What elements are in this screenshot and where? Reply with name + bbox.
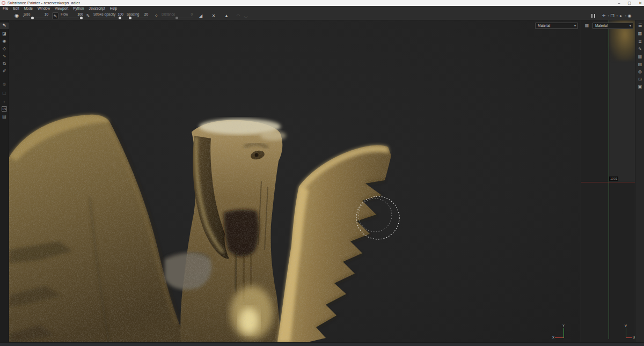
gear-icon: ⚙ — [2, 82, 6, 87]
menu-item-file[interactable]: File — [3, 6, 8, 10]
lazy-mouse-toggle[interactable]: ◢ — [197, 12, 204, 19]
projection-icon: ◉ — [3, 39, 6, 43]
symmetry-toggle[interactable]: ✕ — [210, 12, 217, 19]
x-axis-line — [555, 337, 564, 338]
texture-settings-icon: ▩ — [638, 31, 642, 36]
grid-icon: ▦ — [638, 54, 642, 59]
sphere-icon: ◍ — [638, 69, 642, 74]
symmetry-x-icon: ✕ — [212, 13, 216, 18]
polygon-fill-icon: ◇ — [3, 46, 6, 51]
shelf-icon: ▤ — [638, 62, 642, 67]
size-label: Size — [24, 12, 31, 16]
plugin-frame-button: ▢ — [0, 90, 9, 97]
gizmo-3d: Y X — [555, 326, 572, 341]
gizmo-2d: V U — [623, 326, 635, 341]
stroke-opacity-slider-handle[interactable] — [119, 17, 121, 19]
manipulator-button[interactable]: ✛ ▾ — [600, 12, 607, 19]
size-slider-handle[interactable] — [31, 17, 34, 19]
paint-brush-icon: ✎ — [3, 23, 6, 28]
maximize-button[interactable]: ▢ — [628, 0, 632, 6]
menu-item-edit[interactable]: Edit — [13, 6, 19, 10]
rotation-snap-b-button: ◡ — [243, 12, 249, 19]
flow-label: Flow — [61, 12, 68, 16]
brush-preview-button[interactable]: ◉ ▾ — [12, 12, 21, 19]
chevron-down-icon: ▾ — [630, 23, 631, 28]
y-axis-label: Y — [562, 324, 565, 327]
dock-textureset-settings-button[interactable]: ▩ — [635, 31, 644, 37]
plugin-dot-button: • — [0, 99, 9, 105]
smudge-tool-button[interactable]: ∿ — [0, 53, 9, 60]
menu-item-javascript[interactable]: JavaScript — [89, 6, 105, 10]
dock-layers-button[interactable]: ≣ — [635, 39, 644, 45]
spacing-label: Spacing — [127, 12, 140, 16]
photo-camera-icon: ◉ — [628, 13, 631, 18]
menu-item-python[interactable]: Python — [73, 6, 84, 10]
video-camera-icon: ▸ — [620, 13, 621, 18]
dock-menu-button[interactable]: ☰ — [635, 23, 644, 29]
pause-engine-button[interactable] — [590, 12, 597, 19]
perspective-box-icon: ❒ — [610, 13, 613, 18]
spacing-slider-handle[interactable] — [129, 17, 131, 19]
dock-shader-button[interactable]: ◍ — [635, 69, 644, 75]
size-slider[interactable]: Size 10 — [24, 12, 48, 19]
menu-item-mode[interactable]: Mode — [24, 6, 33, 10]
projection-mode-button[interactable]: ❒ ▾ — [609, 12, 616, 19]
size-slider-track[interactable] — [24, 18, 48, 18]
screenshot-button[interactable]: ◉ — [626, 12, 633, 19]
clone-tool-button[interactable]: ⧉ — [0, 61, 9, 67]
stroke-align-button[interactable]: ⁘ — [153, 12, 159, 19]
brush-icon: ✎ — [638, 47, 642, 51]
viewport-2d[interactable]: 1001 ▦ Material ▾ V U — [581, 20, 635, 342]
smudge-icon: ∿ — [3, 54, 6, 58]
pen-icon: ✎ — [54, 14, 57, 19]
spacing-value: 20 — [144, 12, 148, 16]
polygon-fill-tool-button[interactable]: ◇ — [0, 46, 9, 52]
main-area: ✎ ◪ ◉ ◇ ∿ ⧉ ✐ ⚙ ▢ • Ps ▤ — [0, 20, 644, 342]
eyedropper-icon: ✐ — [3, 69, 6, 73]
dock-textureset-list-button[interactable]: ▦ — [635, 54, 644, 60]
tools-sidebar: ✎ ◪ ◉ ◇ ∿ ⧉ ✐ ⚙ ▢ • Ps ▤ — [0, 20, 9, 342]
camera-mode-button[interactable]: ▸ ▾ — [617, 12, 624, 19]
flow-slider[interactable]: Flow 100 — [61, 12, 83, 19]
dock-brush-settings-button[interactable]: ✎ — [635, 46, 644, 53]
channel-mode-value: Material — [595, 24, 608, 27]
menu-item-help[interactable]: Help — [110, 6, 117, 10]
flow-slider-handle[interactable] — [80, 17, 83, 19]
mirror-button[interactable]: ▲ — [223, 12, 230, 19]
photoshop-icon: Ps — [2, 107, 6, 111]
menu-item-window[interactable]: Window — [38, 6, 50, 10]
tool-options-bar: ◉ ▾ Size 10 ✎ Flow 100 ✎ S — [0, 11, 644, 20]
close-button[interactable]: ✕ — [639, 0, 642, 6]
size-pressure-toggle[interactable]: ✎ — [52, 12, 58, 19]
pen-icon: ✎ — [86, 13, 90, 18]
eraser-tool-button[interactable]: ◪ — [0, 31, 9, 37]
photoshop-export-button[interactable]: Ps — [2, 106, 7, 112]
projection-tool-button[interactable]: ◉ — [0, 38, 9, 45]
y-axis-line — [564, 328, 564, 338]
spacing-slider[interactable]: Spacing 20 — [127, 12, 148, 19]
substance-painter-window: Substance Painter - reservenkorps_adler … — [0, 0, 644, 346]
minimize-button[interactable]: – — [618, 0, 620, 6]
viewport-3d[interactable]: Material ▾ Y X — [9, 20, 580, 342]
clock-icon: ◷ — [638, 77, 642, 82]
dock-shelf-button[interactable]: ▤ — [635, 61, 644, 68]
move-icon: ✛ — [602, 13, 605, 18]
dock-display-settings-button[interactable]: ▣ — [635, 84, 644, 90]
flow-pressure-toggle[interactable]: ✎ — [85, 12, 91, 19]
rotation-snap-a-button: ◠ — [235, 12, 241, 19]
menu-item-viewport[interactable]: Viewport — [55, 6, 68, 10]
stroke-opacity-label: Stroke opacity — [93, 12, 115, 16]
dock-history-button[interactable]: ◷ — [635, 76, 644, 83]
lazy-mouse-icon: ◢ — [199, 13, 202, 18]
channel-mode-dropdown[interactable]: Material ▾ — [592, 23, 633, 29]
material-picker-button[interactable]: ✐ — [0, 68, 9, 75]
stroke-opacity-slider[interactable]: Stroke opacity 100 — [93, 12, 123, 19]
channels-grid-icon[interactable]: ▦ — [583, 23, 590, 29]
chevron-down-icon: ▾ — [574, 23, 576, 28]
paint-tool-button[interactable]: ✎ — [0, 23, 9, 29]
shading-mode-dropdown[interactable]: Material ▾ — [535, 23, 578, 29]
udim-tile-badge: 1001 — [609, 176, 618, 181]
window-title: Substance Painter - reservenkorps_adler — [8, 1, 80, 5]
bottom-status-bar — [0, 342, 644, 346]
resources-updater-button[interactable]: ▤ — [0, 114, 9, 120]
